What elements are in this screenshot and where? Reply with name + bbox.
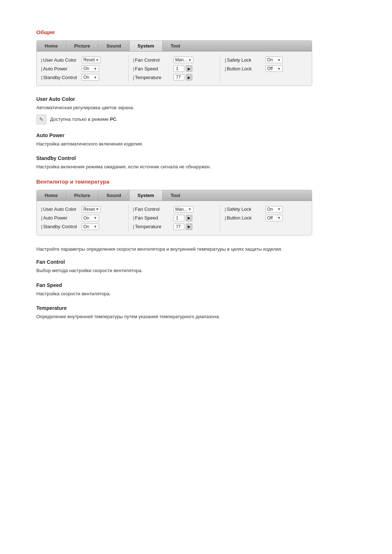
control-2-fan-control[interactable]: Man... ▼	[173, 206, 193, 213]
tab-picture-2[interactable]: Picture	[66, 190, 98, 201]
section-fan-temp-title: Вентилятор и температура	[36, 178, 356, 185]
note-icon: ✎	[36, 114, 46, 124]
tab-picture-1[interactable]: Picture	[66, 41, 98, 51]
osd-row-button-lock: | Button Lock Off ▼	[225, 65, 307, 72]
tab-home-1[interactable]: Home	[37, 41, 66, 51]
osd-row-2-fan-speed: | Fan Speed 1 ▶	[133, 215, 216, 221]
dropdown-arrow-2: ▼	[94, 67, 97, 71]
osd-col-6: | Safety Lock On ▼ | Button Lock Off ▼	[220, 205, 312, 231]
section-general-title: Общие	[36, 29, 356, 35]
label-auto-power: Auto Power	[43, 66, 79, 71]
control-2-button-lock[interactable]: Off ▼	[265, 215, 283, 221]
subsection-temperature: Temperature Определение внутренней темпе…	[36, 305, 356, 320]
pipe-4: |	[133, 57, 134, 63]
osd-row-2-fan-control: | Fan Control Man... ▼	[133, 206, 216, 213]
pipe-9: |	[41, 206, 42, 212]
osd-row-2-user-auto-color: | User Auto Color Reset ▼	[41, 206, 124, 213]
description-fan-speed: Настройка скорости вентилятора.	[36, 290, 356, 297]
description-user-auto-color: Автоматическая регулировка цветов экрана…	[36, 104, 356, 111]
osd-row-2-standby-control: | Standby Control On ▼	[41, 223, 124, 230]
subsection-standby-control: Standby Control Настройка включения режи…	[36, 155, 356, 171]
osd-row-2-temperature: | Temperature 77 ▶	[133, 223, 216, 230]
tab-system-2[interactable]: System	[130, 190, 163, 201]
control-2-safety-lock[interactable]: On ▼	[265, 206, 283, 213]
dropdown-arrow-12: ▼	[277, 216, 281, 220]
label-safety-lock: Safety Lock	[227, 57, 263, 63]
label-temperature: Temperature	[135, 75, 171, 80]
control-standby-control[interactable]: On ▼	[82, 74, 99, 81]
description-temperature: Определение внутренней температуры путем…	[36, 313, 356, 320]
tab-sound-1[interactable]: Sound	[98, 41, 129, 51]
temperature-nav-btn-2[interactable]: ▶	[186, 223, 192, 230]
fan-speed-value: 1	[173, 65, 184, 72]
tab-tool-1[interactable]: Tool	[163, 41, 188, 51]
osd-col-4: | User Auto Color Reset ▼ | Auto Power O…	[37, 205, 128, 231]
label-fan-control: Fan Control	[135, 57, 171, 63]
control-user-auto-color[interactable]: Reset ▼	[82, 57, 101, 63]
control-button-lock[interactable]: Off ▼	[265, 65, 283, 72]
label-2-user-auto-color: User Auto Color	[43, 206, 79, 212]
osd-col-5: | Fan Control Man... ▼ | Fan Speed 1 ▶	[128, 205, 220, 231]
label-2-auto-power: Auto Power	[43, 215, 79, 221]
osd-col-3: | Safety Lock On ▼ | Button Lock Off ▼	[220, 55, 312, 82]
label-fan-speed: Fan Speed	[135, 66, 171, 71]
note-box-user-auto-color: ✎ Доступна только в режиме PC.	[36, 114, 356, 124]
pipe-8: |	[225, 66, 226, 71]
tab-system-1[interactable]: System	[130, 41, 163, 51]
pipe-2: |	[41, 66, 42, 71]
osd-row-user-auto-color: | User Auto Color Reset ▼	[41, 57, 124, 63]
dropdown-arrow-5: ▼	[277, 58, 281, 62]
pipe-7: |	[225, 57, 226, 63]
control-2-fan-speed: 1 ▶	[173, 215, 192, 221]
control-2-user-auto-color[interactable]: Reset ▼	[82, 206, 101, 213]
control-fan-control[interactable]: Man... ▼	[173, 57, 193, 63]
control-2-standby-control[interactable]: On ▼	[82, 223, 99, 230]
tab-home-2[interactable]: Home	[37, 190, 66, 201]
temperature-nav-btn[interactable]: ▶	[186, 74, 192, 81]
osd-row-fan-speed: | Fan Speed 1 ▶	[133, 65, 216, 72]
tab-sound-2[interactable]: Sound	[98, 190, 129, 201]
osd-row-safety-lock: | Safety Lock On ▼	[225, 57, 307, 63]
tab-tool-2[interactable]: Tool	[163, 190, 188, 201]
label-2-temperature: Temperature	[135, 224, 171, 229]
osd-row-2-auto-power: | Auto Power On ▼	[41, 215, 124, 221]
pipe-10: |	[41, 215, 42, 221]
label-button-lock: Button Lock	[227, 66, 263, 71]
pipe-14: |	[133, 224, 134, 229]
osd-row-2-button-lock: | Button Lock Off ▼	[225, 215, 307, 221]
label-standby-control: Standby Control	[43, 75, 79, 80]
fan-speed-nav-btn[interactable]: ▶	[186, 65, 192, 72]
fan-speed-nav-btn-2[interactable]: ▶	[186, 215, 192, 221]
dropdown-arrow-8: ▼	[94, 216, 97, 220]
label-2-standby-control: Standby Control	[43, 224, 79, 229]
note-text: Доступна только в режиме PC.	[50, 116, 118, 122]
description-auto-power: Настройка автоматического включения изде…	[36, 140, 356, 148]
osd-row-fan-control: | Fan Control Man... ▼	[133, 57, 216, 63]
control-2-temperature: 77 ▶	[173, 223, 192, 230]
osd-row-standby-control: | Standby Control On ▼	[41, 74, 124, 81]
pipe-5: |	[133, 66, 134, 71]
pipe-15: |	[225, 206, 226, 212]
control-2-auto-power[interactable]: On ▼	[82, 215, 99, 221]
osd-row-auto-power: | Auto Power On ▼	[41, 65, 124, 72]
osd-table-fan-temp: Home Picture Sound System Tool | User Au…	[36, 190, 312, 235]
label-2-button-lock: Button Lock	[227, 215, 263, 221]
subsection-title-standby-control: Standby Control	[36, 155, 356, 161]
subsection-user-auto-color: User Auto Color Автоматическая регулиров…	[36, 96, 356, 124]
osd-body-general: | User Auto Color Reset ▼ | Auto Power O…	[37, 52, 312, 86]
subsection-title-user-auto-color: User Auto Color	[36, 96, 356, 102]
description-standby-control: Настройка включения режима ожидания, есл…	[36, 163, 356, 171]
subsection-title-fan-control: Fan Control	[36, 259, 356, 265]
control-safety-lock[interactable]: On ▼	[265, 57, 283, 63]
dropdown-arrow-10: ▼	[188, 207, 192, 211]
osd-col-1: | User Auto Color Reset ▼ | Auto Power O…	[37, 55, 128, 82]
temperature-value-2: 77	[173, 223, 184, 230]
osd-body-fan-temp: | User Auto Color Reset ▼ | Auto Power O…	[37, 201, 312, 235]
subsection-title-temperature: Temperature	[36, 305, 356, 311]
control-auto-power[interactable]: On ▼	[82, 65, 99, 72]
section-fan-temp: Вентилятор и температура Home Picture So…	[36, 178, 356, 320]
pipe-3: |	[41, 75, 42, 80]
subsection-auto-power: Auto Power Настройка автоматического вкл…	[36, 132, 356, 148]
temperature-value: 77	[173, 74, 184, 81]
dropdown-arrow-1: ▼	[95, 58, 99, 62]
